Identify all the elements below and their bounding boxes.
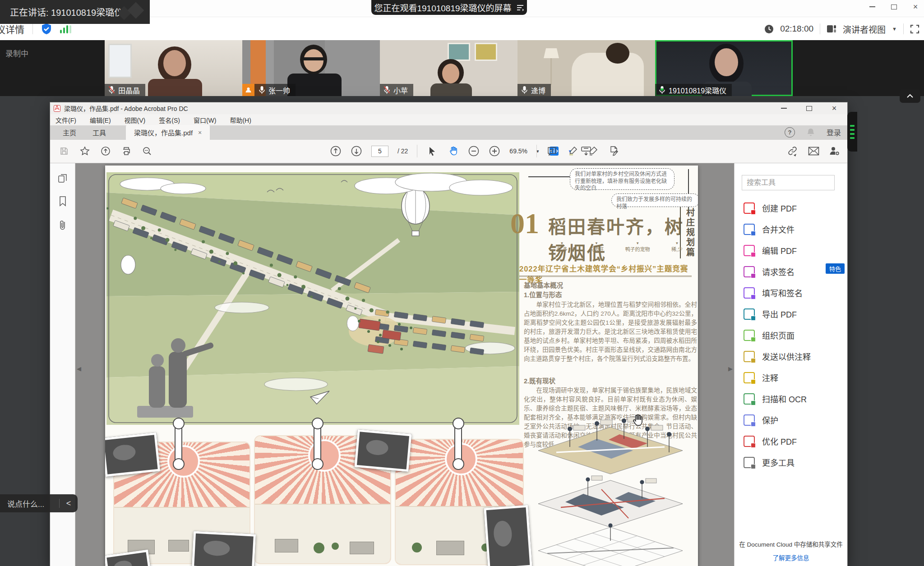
banner-decor [128,2,144,19]
close-button[interactable]: × [910,2,920,12]
watching-banner-text: 您正在观看191010819梁璐仪的屏幕 [374,1,511,14]
zoom-level-selector[interactable]: 69.5% [509,147,527,155]
axonometric-layer-diagrams [529,409,692,566]
chat-input-placeholder[interactable]: 说点什么... [0,498,59,509]
tool-protect[interactable]: 保护 [744,412,778,428]
tools-search-input[interactable] [742,175,835,190]
page-number-input[interactable] [371,146,388,157]
video-tile-active-speaker[interactable]: 191010819梁璐仪 [655,40,793,96]
tab-home[interactable]: 主页 [55,125,84,140]
print-icon[interactable] [120,145,132,157]
tool-optimize-pdf[interactable]: 优化 PDF [744,433,797,449]
share-link-icon[interactable] [787,145,799,157]
security-shield-icon[interactable] [41,23,52,35]
tab-tools[interactable]: 工具 [84,125,114,140]
speech-bubble: 我们致力于发展多样的可持续的村落 [611,193,698,207]
stamp-certify-icon[interactable] [608,145,620,157]
comment-icon [744,372,755,383]
divider [32,23,33,34]
star-icon[interactable] [79,145,91,157]
video-tile[interactable]: 逄博 [517,40,655,96]
notifications-bell-icon[interactable] [807,128,815,137]
tool-organize-pages[interactable]: 组织页面 [744,327,795,343]
zoom-out-icon[interactable] [468,145,480,157]
site-photo [105,550,152,566]
tool-more-tools[interactable]: 更多工具 [744,455,795,470]
share-upload-icon[interactable] [100,145,111,157]
watching-banner[interactable]: 您正在观看191010819梁璐仪的屏幕 [371,0,527,15]
tab-close-icon[interactable]: × [198,129,202,136]
next-page-icon[interactable] [351,145,362,157]
acrobat-maximize-button[interactable] [804,103,814,113]
chat-collapse-icon[interactable]: < [60,499,78,508]
video-decor [448,43,470,61]
minimize-button[interactable] [867,2,877,12]
zoom-in-icon[interactable] [489,145,500,157]
acrobat-tools-panel: 创建 PDF 合并文件 编辑 PDF 请求签名 填写和签名 导出 PDF 组织页… [734,163,847,566]
email-icon[interactable] [808,145,819,157]
collapse-left-panel-icon[interactable]: ◀ [77,365,81,372]
mic-on-icon [259,86,265,94]
comment-icon[interactable] [546,145,558,157]
tool-send-for-comments[interactable]: 发送以供注释 [744,349,811,364]
participant-name: 小苹 [393,85,408,96]
hanging-scroll-pin [175,420,182,467]
tool-comment[interactable]: 注释 [744,370,778,385]
section-body: 单家村位于沈北新区，地理位置与稻梦空间相邻相依。全村占地面积约2.6km2，人口… [524,300,697,364]
learn-more-link[interactable]: 了解更多信息 [739,554,843,563]
page-thumbnails-icon[interactable] [58,173,68,183]
recording-status: 录制中 [5,47,28,59]
tool-fill-sign[interactable]: 填写和签名 [744,285,803,300]
menu-sign[interactable]: 签名(S) [159,115,180,124]
chat-input-pill[interactable]: 说点什么... < [0,494,78,512]
request-signatures-icon [744,266,755,277]
highlighter-icon[interactable] [567,145,578,157]
chevron-down-icon[interactable]: ▼ [892,26,897,32]
side-vertical-handle[interactable] [847,112,857,152]
menu-help[interactable]: 帮助(H) [230,115,251,124]
menu-file[interactable]: 文件(F) [55,115,76,124]
tool-edit-pdf[interactable]: 编辑 PDF [744,243,797,258]
sign-in-button[interactable]: 登录 [827,127,841,138]
tool-export-pdf[interactable]: 导出 PDF [744,306,797,322]
network-signal-icon[interactable] [60,24,71,33]
banner-menu-icon[interactable] [516,4,524,11]
tool-create-pdf[interactable]: 创建 PDF [744,200,797,216]
previous-page-icon[interactable] [330,145,342,157]
section-heading: 基地基本概况 [524,281,697,290]
acrobat-close-button[interactable]: × [829,103,839,113]
view-mode-selector[interactable]: 演讲者视图 [843,23,886,35]
document-canvas[interactable]: ◀ ▶ [75,163,734,566]
tool-scan-ocr[interactable]: 扫描和 OCR [744,391,807,406]
collapse-strip-button[interactable] [900,89,920,103]
bookmarks-icon[interactable] [58,196,67,207]
menu-window[interactable]: 窗口(W) [194,115,217,124]
restore-button[interactable] [889,2,899,12]
aerial-village-rendering [106,172,519,425]
menu-view[interactable]: 视图(V) [125,115,146,124]
export-pdf-icon [744,308,755,320]
save-icon[interactable] [58,145,70,157]
tool-request-signatures[interactable]: 请求签名 [744,264,795,279]
meeting-details-button[interactable]: 会议详情 [0,22,24,36]
create-pdf-icon [744,202,755,214]
select-tool-icon[interactable] [426,145,438,157]
menu-edit[interactable]: 编辑(E) [90,115,111,124]
acrobat-title-bar[interactable]: 梁璐仪，作品集.pdf - Adobe Acrobat Pro DC × [50,102,847,114]
fill-sign-icon[interactable] [587,145,599,157]
video-tile[interactable]: 张一帅 [242,40,380,96]
video-tile[interactable]: 小苹 [380,40,517,96]
search-icon[interactable] [141,145,153,157]
acrobat-minimize-button[interactable] [779,103,789,113]
hand-tool-icon[interactable] [447,145,459,157]
speaker-view-icon[interactable] [827,24,836,33]
share-with-people-icon[interactable] [828,145,840,157]
tab-document[interactable]: 梁璐仪，作品集.pdf × [126,125,210,140]
help-icon[interactable]: ? [785,127,795,138]
attachments-paperclip-icon[interactable] [59,219,67,231]
more-tools-wrench-icon [744,457,755,468]
fullscreen-icon[interactable] [910,24,919,34]
expand-right-panel-icon[interactable]: ▶ [728,365,733,372]
video-tile[interactable]: 田晶晶 [105,40,242,96]
tool-combine-files[interactable]: 合并文件 [744,221,795,237]
